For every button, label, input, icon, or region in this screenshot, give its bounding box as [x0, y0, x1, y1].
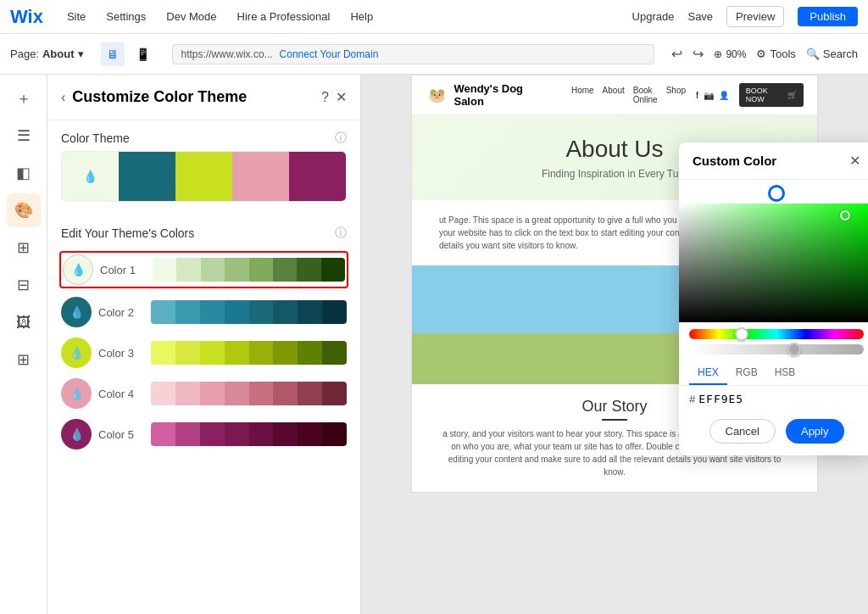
color-2-bar[interactable]	[151, 300, 347, 324]
colors-list: 💧 Color 1 💧 Color	[47, 246, 360, 466]
publish-button[interactable]: Publish	[798, 7, 858, 26]
color-5-bar[interactable]	[151, 422, 347, 446]
zoom-icon: ⊕	[714, 48, 722, 60]
alpha-slider[interactable]	[689, 344, 864, 354]
color-2-drop-icon: 💧	[70, 305, 84, 319]
nav-book-online: Book Online	[633, 86, 658, 104]
components-button[interactable]: ⊞	[7, 343, 41, 377]
url-bar: https://www.wix.co... Connect Your Domai…	[172, 44, 655, 64]
color-row-1: 💧 Color 1	[59, 251, 348, 288]
undo-button[interactable]: ↩	[671, 46, 682, 62]
hue-ring-container	[679, 180, 868, 204]
nav-site[interactable]: Site	[64, 8, 89, 25]
help-button[interactable]: ?	[321, 90, 329, 105]
hex-input[interactable]	[698, 393, 864, 405]
color-theme-info-icon[interactable]: ⓘ	[335, 131, 347, 146]
layers-button[interactable]: ◧	[7, 156, 41, 190]
nav-dev-mode[interactable]: Dev Mode	[163, 8, 220, 25]
color-circle-2[interactable]: 💧	[61, 297, 92, 327]
apply-button[interactable]: Apply	[786, 419, 844, 444]
connect-domain-link[interactable]: Connect Your Domain	[280, 48, 379, 60]
nav-help[interactable]: Help	[347, 8, 376, 25]
save-button[interactable]: Save	[687, 10, 713, 23]
swatch-2[interactable]	[119, 152, 175, 201]
swatch-1-drop-icon: 💧	[83, 170, 97, 183]
tools-button[interactable]: ⚙ Tools	[756, 47, 795, 60]
sections-button[interactable]: ⊟	[7, 268, 41, 302]
instagram-icon: 📷	[704, 91, 714, 100]
color-gradient-picker[interactable]	[679, 204, 868, 322]
tab-rgb[interactable]: RGB	[727, 361, 766, 385]
alpha-slider-thumb	[787, 343, 801, 356]
color-circle-3[interactable]: 💧	[61, 338, 92, 368]
nav-home: Home	[571, 86, 594, 104]
color-3-drop-icon: 💧	[70, 346, 84, 360]
facebook-icon: f	[696, 91, 698, 100]
user-icon: 👤	[719, 91, 729, 100]
book-now-label: BOOK NOW	[746, 87, 784, 103]
nav-about: About	[603, 86, 625, 104]
svg-point-5	[439, 94, 441, 96]
edit-colors-section-label: Edit Your Theme's Colors ⓘ	[47, 215, 360, 246]
svg-point-3	[432, 92, 442, 99]
color-1-bar[interactable]	[153, 258, 345, 282]
color-circle-4[interactable]: 💧	[61, 378, 92, 409]
nav-hire-professional[interactable]: Hire a Professional	[234, 8, 334, 25]
add-elements-button[interactable]: ＋	[7, 81, 41, 115]
mobile-view-button[interactable]: 📱	[131, 42, 155, 66]
back-button[interactable]: ‹	[61, 90, 65, 105]
search-button[interactable]: 🔍 Search	[806, 47, 858, 60]
color-theme-label: Color Theme	[61, 131, 130, 145]
cancel-button[interactable]: Cancel	[709, 419, 776, 444]
color-row-4: 💧 Color 4	[61, 378, 347, 409]
view-mode-icons: 🖥 📱	[101, 42, 155, 66]
apps-button[interactable]: ⊞	[7, 231, 41, 265]
nav-settings[interactable]: Settings	[103, 8, 149, 25]
hue-slider[interactable]	[689, 329, 864, 339]
book-now-button: BOOK NOW 🛒	[739, 83, 804, 107]
design-button[interactable]: 🎨	[7, 193, 41, 227]
color-circle-1[interactable]: 💧	[63, 254, 93, 285]
tools-label: Tools	[770, 47, 795, 60]
preview-button[interactable]: Preview	[726, 6, 784, 27]
color-4-drop-icon: 💧	[70, 387, 84, 400]
tab-hsb[interactable]: HSB	[766, 361, 804, 385]
color-4-bar[interactable]	[151, 382, 347, 405]
color-1-label: Color 1	[100, 264, 146, 276]
edit-colors-info-icon[interactable]: ⓘ	[335, 226, 347, 241]
wix-logo: Wix	[10, 6, 43, 28]
site-logo-text: Wendy's Dog Salon	[453, 82, 547, 108]
theme-color-swatches: 💧	[61, 151, 347, 202]
tools-icon: ⚙	[756, 47, 766, 60]
tab-hex[interactable]: HEX	[689, 361, 727, 385]
swatch-4[interactable]	[232, 152, 289, 201]
swatch-3[interactable]	[175, 152, 232, 201]
icon-sidebar: ＋ ☰ ◧ 🎨 ⊞ ⊟ 🖼 ⊞	[0, 75, 47, 614]
zoom-control[interactable]: ⊕ 90%	[714, 48, 746, 60]
hex-input-row: #	[679, 386, 868, 412]
top-navigation-bar: Wix Site Settings Dev Mode Hire a Profes…	[0, 0, 868, 34]
redo-button[interactable]: ↪	[693, 46, 704, 62]
modal-close-button[interactable]: ✕	[849, 153, 860, 169]
cart-icon: 🛒	[787, 91, 797, 99]
site-header: Wendy's Dog Salon Home About Book Online…	[412, 75, 817, 115]
media-button[interactable]: 🖼	[7, 305, 41, 339]
upgrade-button[interactable]: Upgrade	[632, 10, 675, 23]
pages-button[interactable]: ☰	[7, 119, 41, 153]
color-3-bar[interactable]	[151, 341, 347, 365]
color-circle-5[interactable]: 💧	[61, 419, 92, 449]
hex-hash-symbol: #	[689, 393, 695, 405]
swatch-1[interactable]: 💧	[62, 152, 119, 201]
swatch-5[interactable]	[289, 152, 346, 201]
svg-point-6	[436, 97, 439, 98]
canvas-area: Wendy's Dog Salon Home About Book Online…	[361, 75, 868, 614]
modal-title: Custom Color	[693, 154, 776, 168]
page-label: Page: About ▾	[10, 47, 84, 60]
chevron-down-icon[interactable]: ▾	[78, 47, 84, 60]
custom-color-modal: Custom Color ✕	[679, 142, 868, 455]
desktop-view-button[interactable]: 🖥	[101, 42, 125, 66]
panel-title: Customize Color Theme	[72, 88, 314, 106]
modal-header: Custom Color ✕	[679, 142, 868, 180]
svg-point-4	[434, 94, 436, 96]
close-panel-button[interactable]: ✕	[336, 89, 347, 105]
